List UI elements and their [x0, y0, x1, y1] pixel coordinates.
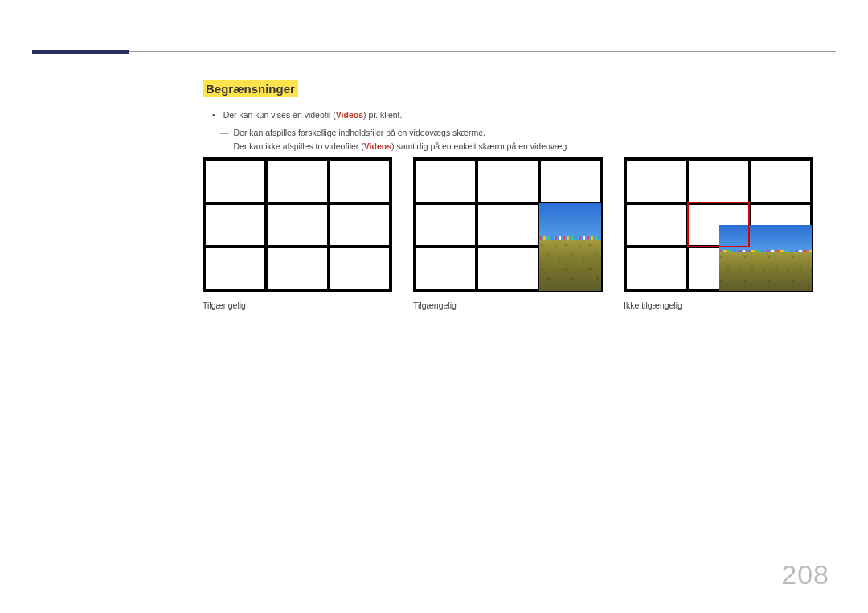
text: ) pr. klient. [363, 110, 402, 120]
text: Der kan kun vises én videofil ( [223, 110, 336, 120]
grid-cell [204, 203, 266, 247]
diagram-3: Ikke tilgængelig [624, 157, 813, 310]
grid-cell [477, 247, 538, 291]
text: ) samtidig på en enkelt skærm på en vide… [391, 141, 569, 151]
grid-cell [477, 203, 538, 247]
list-item: • Der kan kun vises én videofil (Videos)… [212, 108, 821, 121]
main-content: Begrænsninger • Der kan kun vises én vid… [203, 80, 821, 153]
grid-cell [329, 159, 391, 203]
page-number: 208 [781, 559, 829, 591]
diagram-caption: Tilgængelig [413, 300, 603, 310]
grid-cell [625, 203, 687, 247]
sub-text: Der kan afspilles forskellige indholdsfi… [234, 126, 570, 153]
diagram-1: Tilgængelig [203, 157, 392, 310]
videowall-grid [413, 157, 603, 292]
header-rule [32, 51, 836, 52]
list-item: ― Der kan afspilles forskellige indholds… [220, 126, 821, 153]
diagram-caption: Tilgængelig [203, 300, 392, 310]
grid-cell [415, 159, 477, 203]
grid-cell [477, 159, 538, 203]
grid-cell [415, 203, 477, 247]
grid-cell [625, 247, 687, 291]
section-heading: Begrænsninger [203, 80, 298, 97]
diagram-caption: Ikke tilgængelig [624, 300, 813, 310]
dash-icon: ― [220, 126, 229, 153]
bullet-list: • Der kan kun vises én videofil (Videos)… [212, 108, 821, 121]
sub-list: ― Der kan afspilles forskellige indholds… [220, 126, 821, 153]
grid-cell [266, 159, 328, 203]
grid-cell [204, 247, 266, 291]
diagram-2: Tilgængelig [413, 157, 603, 310]
video-thumbnail [539, 203, 601, 291]
grid-cell [750, 159, 812, 203]
video-thumbnail [719, 225, 812, 291]
bullet-icon: • [212, 108, 215, 121]
grid-cell [687, 159, 749, 203]
videowall-grid [203, 157, 392, 292]
grid-cell [329, 247, 391, 291]
diagram-row: Tilgængelig Tilgængelig [203, 157, 813, 310]
text: Der kan ikke afspilles to videofiler ( [234, 141, 364, 151]
grid-cell [415, 247, 477, 291]
grid-cell [625, 159, 687, 203]
grid-cell [539, 159, 601, 203]
keyword: Videos [364, 141, 391, 151]
text: Der kan afspilles forskellige indholdsfi… [234, 128, 485, 137]
grid-cell [266, 203, 328, 247]
grid-cell [266, 247, 328, 291]
videowall-grid [624, 157, 813, 292]
grid-cell [204, 159, 266, 203]
header-accent [32, 50, 129, 54]
grid-cell [329, 203, 391, 247]
keyword: Videos [336, 110, 363, 120]
bullet-text: Der kan kun vises én videofil (Videos) p… [223, 108, 403, 121]
